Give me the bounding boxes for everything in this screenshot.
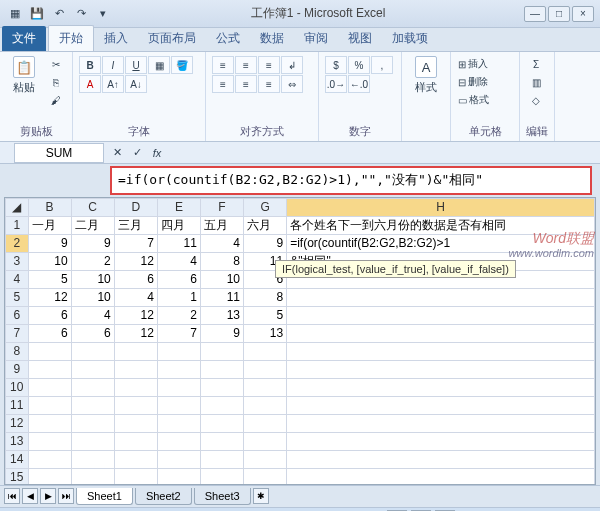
tab-layout[interactable]: 页面布局: [138, 26, 206, 51]
row-header[interactable]: 6: [6, 306, 29, 324]
col-header-e[interactable]: E: [157, 198, 200, 216]
maximize-button[interactable]: □: [548, 6, 570, 22]
cell[interactable]: 六月: [244, 216, 287, 234]
cell[interactable]: [244, 414, 287, 432]
cell[interactable]: [157, 468, 200, 485]
tab-file[interactable]: 文件: [2, 26, 46, 51]
row-header[interactable]: 8: [6, 342, 29, 360]
cancel-formula-icon[interactable]: ✕: [108, 144, 126, 162]
redo-icon[interactable]: ↷: [72, 5, 90, 23]
cell[interactable]: 各个姓名下一到六月份的数据是否有相同: [287, 216, 595, 234]
cell[interactable]: [28, 468, 71, 485]
fx-icon[interactable]: fx: [148, 144, 166, 162]
cell[interactable]: 6: [114, 270, 157, 288]
font-color-icon[interactable]: A: [79, 75, 101, 93]
cell[interactable]: 10: [28, 252, 71, 270]
cell[interactable]: [287, 396, 595, 414]
cell[interactable]: [28, 450, 71, 468]
cell[interactable]: 9: [200, 324, 243, 342]
cell[interactable]: [200, 414, 243, 432]
copy-icon[interactable]: ⎘: [46, 74, 66, 90]
fill-icon[interactable]: ▥: [526, 74, 546, 90]
row-header[interactable]: 10: [6, 378, 29, 396]
cell[interactable]: [287, 432, 595, 450]
col-header-d[interactable]: D: [114, 198, 157, 216]
cut-icon[interactable]: ✂: [46, 56, 66, 72]
font-shrink-icon[interactable]: A↓: [125, 75, 147, 93]
row-header[interactable]: 2: [6, 234, 29, 252]
cell[interactable]: [200, 342, 243, 360]
cell[interactable]: 11: [157, 234, 200, 252]
select-all-corner[interactable]: ◢: [6, 198, 29, 216]
cell[interactable]: 4: [157, 252, 200, 270]
cell[interactable]: 11: [200, 288, 243, 306]
cell[interactable]: [287, 378, 595, 396]
cell[interactable]: [28, 414, 71, 432]
sheet-nav-next-icon[interactable]: ▶: [40, 488, 56, 504]
cell[interactable]: 13: [244, 324, 287, 342]
cell[interactable]: [71, 360, 114, 378]
cell[interactable]: [157, 396, 200, 414]
cell[interactable]: [114, 450, 157, 468]
cell[interactable]: 9: [71, 234, 114, 252]
align-right-icon[interactable]: ≡: [258, 75, 280, 93]
cell[interactable]: [200, 450, 243, 468]
sheet-tab[interactable]: Sheet1: [76, 488, 133, 505]
row-header[interactable]: 15: [6, 468, 29, 485]
cell[interactable]: [28, 360, 71, 378]
align-mid-icon[interactable]: ≡: [235, 56, 257, 74]
cell[interactable]: [287, 342, 595, 360]
insert-cells-button[interactable]: ⊞ 插入: [457, 56, 513, 72]
cell[interactable]: [114, 468, 157, 485]
cell[interactable]: [28, 396, 71, 414]
cell[interactable]: [287, 468, 595, 485]
sheet-tab[interactable]: Sheet2: [135, 488, 192, 505]
cell[interactable]: 4: [200, 234, 243, 252]
col-header-g[interactable]: G: [244, 198, 287, 216]
cell[interactable]: [244, 396, 287, 414]
cell[interactable]: [71, 342, 114, 360]
cell[interactable]: 4: [114, 288, 157, 306]
cell[interactable]: 10: [200, 270, 243, 288]
tab-insert[interactable]: 插入: [94, 26, 138, 51]
cell[interactable]: 6: [71, 324, 114, 342]
cell[interactable]: 10: [71, 270, 114, 288]
cell[interactable]: [71, 414, 114, 432]
format-painter-icon[interactable]: 🖌: [46, 92, 66, 108]
cell[interactable]: [114, 378, 157, 396]
cell[interactable]: [28, 378, 71, 396]
cell[interactable]: [244, 342, 287, 360]
cell[interactable]: 9: [244, 234, 287, 252]
cell[interactable]: 8: [244, 288, 287, 306]
tab-formulas[interactable]: 公式: [206, 26, 250, 51]
cell[interactable]: 5: [244, 306, 287, 324]
cell[interactable]: [244, 378, 287, 396]
wrap-text-icon[interactable]: ↲: [281, 56, 303, 74]
accept-formula-icon[interactable]: ✓: [128, 144, 146, 162]
cell[interactable]: 6: [157, 270, 200, 288]
cell[interactable]: 2: [71, 252, 114, 270]
cell[interactable]: 12: [114, 252, 157, 270]
formula-bar[interactable]: =if(or(countif(B2:G2,B2:G2)>1),"","没有")&…: [110, 166, 592, 195]
sheet-nav-prev-icon[interactable]: ◀: [22, 488, 38, 504]
tab-addins[interactable]: 加载项: [382, 26, 438, 51]
cell[interactable]: 五月: [200, 216, 243, 234]
cell[interactable]: [287, 288, 595, 306]
row-header[interactable]: 14: [6, 450, 29, 468]
cell[interactable]: [157, 414, 200, 432]
cell[interactable]: [114, 342, 157, 360]
align-bot-icon[interactable]: ≡: [258, 56, 280, 74]
cell[interactable]: 四月: [157, 216, 200, 234]
cell[interactable]: [71, 396, 114, 414]
tab-data[interactable]: 数据: [250, 26, 294, 51]
cell[interactable]: [114, 432, 157, 450]
format-cells-button[interactable]: ▭ 格式: [457, 92, 513, 108]
cell[interactable]: [287, 360, 595, 378]
cell[interactable]: [71, 432, 114, 450]
autosum-icon[interactable]: Σ: [526, 56, 546, 72]
qat-dropdown-icon[interactable]: ▾: [94, 5, 112, 23]
clear-icon[interactable]: ◇: [526, 92, 546, 108]
cell[interactable]: 10: [71, 288, 114, 306]
align-top-icon[interactable]: ≡: [212, 56, 234, 74]
cell[interactable]: [244, 450, 287, 468]
